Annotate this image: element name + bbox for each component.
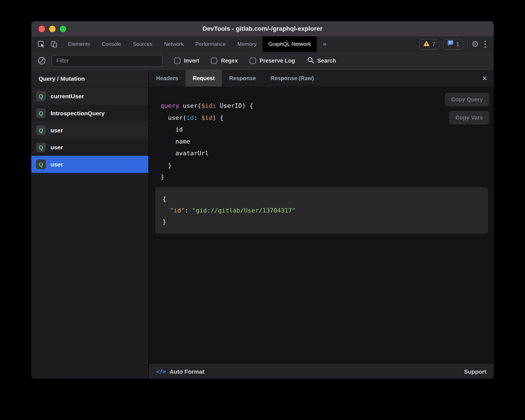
toolbar-left-icons [31,36,62,52]
query-row-label: user [51,161,63,168]
warnings-count: 7 [432,41,435,47]
close-icon[interactable]: × [482,74,487,82]
tab-request[interactable]: Request [185,70,222,87]
toolbar-right: 7 1 ⚙ [419,36,494,52]
more-tabs-icon[interactable]: » [317,36,332,52]
issues-count: 1 [456,41,459,47]
tab-response[interactable]: Response [222,70,263,87]
toolbar-separator [467,40,467,48]
search-icon [307,57,314,65]
code-line: query user($id: UserID) { [161,100,494,112]
preserve-log-option: Preserve Log [250,58,295,64]
regex-option: Regex [211,58,238,64]
panel-tabs: Elements Console Sources Network Perform… [62,36,317,52]
inspect-element-icon[interactable] [37,40,45,48]
copy-buttons: Copy Query Copy Vars [445,93,489,125]
copy-query-button[interactable]: Copy Query [445,93,489,106]
devtools-window: DevTools - gitlab.com/-/graphql-explorer… [31,21,494,379]
devtools-toolbar: Elements Console Sources Network Perform… [31,36,494,52]
tab-elements[interactable]: Elements [62,36,96,52]
query-row-user-2[interactable]: Q user [31,139,148,156]
query-list-panel: Query / Mutation Q currentUser Q Introsp… [31,70,149,379]
request-body: Copy Query Copy Vars query user($id: Use… [149,87,494,364]
query-type-icon: Q [36,108,46,118]
code-line: user(id: $id) { [161,112,494,124]
regex-checkbox[interactable] [211,58,217,64]
tab-response-raw[interactable]: Response (Raw) [263,70,321,87]
device-toolbar-icon[interactable] [51,40,58,48]
window-title: DevTools - gitlab.com/-/graphql-explorer [202,25,322,32]
warnings-button[interactable]: 7 [419,39,439,49]
query-type-icon: Q [36,159,46,169]
query-row-introspectionquery[interactable]: Q IntrospectionQuery [31,105,148,122]
minimize-window-button[interactable] [49,26,56,32]
more-options-icon[interactable] [483,41,488,48]
zoom-window-button[interactable] [60,26,66,32]
query-list: Q currentUser Q IntrospectionQuery Q use… [31,88,148,379]
detail-footer: </> Auto Format Support [149,364,494,379]
query-list-header: Query / Mutation [31,70,148,88]
warning-icon [423,40,430,48]
invert-checkbox[interactable] [174,58,180,64]
query-variables-box: { "id": "gid://gitlab/User/13704317" } [155,187,488,234]
tab-console[interactable]: Console [96,36,127,52]
support-link[interactable]: Support [464,368,486,375]
query-type-icon: Q [36,125,46,135]
preserve-log-label: Preserve Log [260,58,295,64]
query-row-label: currentUser [51,93,84,100]
code-line: id [161,124,494,136]
tab-network[interactable]: Network [158,36,190,52]
auto-format-button[interactable]: Auto Format [170,368,204,375]
invert-option: Invert [174,58,199,64]
search-label: Search [317,58,336,64]
query-row-label: user [51,127,63,134]
query-type-icon: Q [36,142,46,152]
preserve-log-checkbox[interactable] [250,58,256,64]
code-line: name [161,136,494,148]
code-line: "id": "gid://gitlab/User/13704317" [163,205,481,216]
invert-label: Invert [184,58,199,64]
code-line: { [163,193,481,205]
tab-headers[interactable]: Headers [149,70,185,87]
tab-memory[interactable]: Memory [232,36,262,52]
code-line: avatarUrl [161,147,494,159]
message-icon [447,40,454,48]
code-line: } [163,216,481,228]
tab-sources[interactable]: Sources [127,36,158,52]
close-window-button[interactable] [39,26,45,32]
search-control[interactable]: Search [307,57,336,65]
tab-graphql-network[interactable]: GraphQL Network [262,36,317,52]
query-row-user-1[interactable]: Q user [31,122,148,139]
graphql-query-code: query user($id: UserID) { user(id: $id) … [149,100,494,183]
code-line: } [161,171,494,183]
filter-input[interactable] [52,55,162,67]
request-detail-panel: Headers Request Response Response (Raw) … [149,70,494,379]
auto-format-icon: </> [156,368,166,375]
tab-performance[interactable]: Performance [189,36,232,52]
query-row-currentuser[interactable]: Q currentUser [31,88,148,105]
regex-label: Regex [221,58,238,64]
code-line: } [161,159,494,171]
detail-tab-strip: Headers Request Response Response (Raw) … [149,70,494,87]
traffic-lights [39,21,66,36]
issues-button[interactable]: 1 [443,39,463,49]
clear-icon[interactable] [38,57,46,65]
query-row-user-3-selected[interactable]: Q user [31,156,148,173]
settings-gear-icon[interactable]: ⚙ [471,40,479,48]
query-type-icon: Q [36,91,46,101]
copy-vars-button[interactable]: Copy Vars [449,111,489,125]
filter-bar: Invert Regex Preserve Log Search [31,52,494,70]
query-row-label: IntrospectionQuery [51,110,105,117]
title-bar: DevTools - gitlab.com/-/graphql-explorer [31,21,494,36]
query-row-label: user [51,144,63,151]
